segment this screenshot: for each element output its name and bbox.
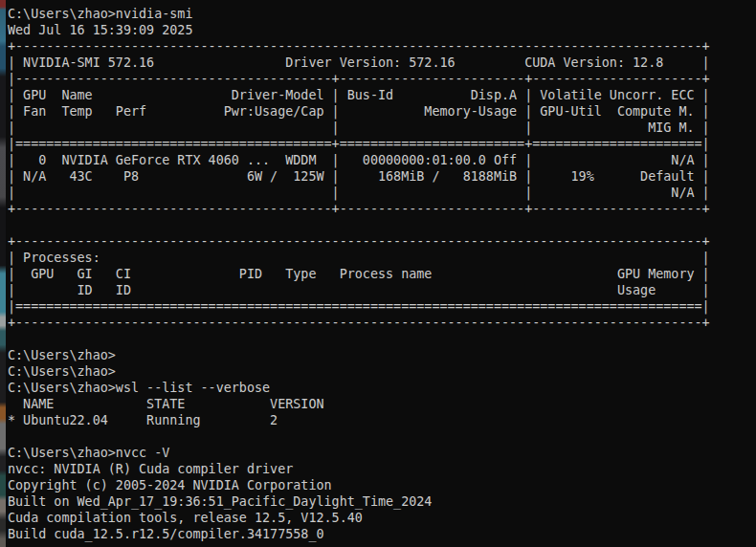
wsl-list-output: NAME STATE VERSION * Ubuntu22.04 Running…: [8, 396, 756, 428]
terminal-window[interactable]: C:\Users\zhao>nvidia-smi Wed Jul 16 15:3…: [8, 6, 756, 547]
nvidia-smi-table: +---------------------------------------…: [8, 38, 756, 217]
desktop-screen: C:\Users\zhao>nvidia-smi Wed Jul 16 15:3…: [0, 0, 756, 547]
nvidia-smi-command-line: C:\Users\zhao>nvidia-smi Wed Jul 16 15:3…: [8, 6, 756, 38]
nvidia-smi-processes-table: +---------------------------------------…: [8, 233, 756, 331]
nvcc-version-block: C:\Users\zhao>nvcc -V nvcc: NVIDIA (R) C…: [8, 445, 756, 542]
prompt-lines-and-wsl-command: C:\Users\zhao> C:\Users\zhao> C:\Users\z…: [8, 347, 756, 396]
desktop-background-sliver: [0, 0, 6, 547]
